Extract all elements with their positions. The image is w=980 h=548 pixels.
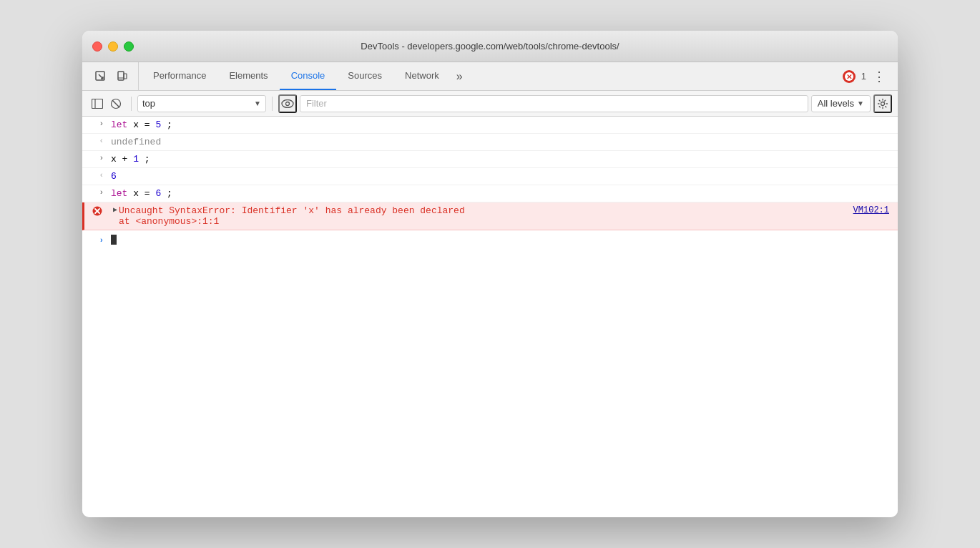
svg-point-10 <box>282 99 293 107</box>
tab-performance[interactable]: Performance <box>142 62 217 90</box>
console-content-3: x + 1 ; <box>108 152 898 166</box>
device-toolbar-button[interactable] <box>112 67 132 87</box>
tab-elements[interactable]: Elements <box>217 62 279 90</box>
console-content-2: undefined <box>108 135 898 149</box>
minimize-button[interactable] <box>108 41 118 52</box>
toolbar-divider-2 <box>272 97 273 111</box>
input-prompt: › <box>82 235 108 245</box>
svg-point-12 <box>881 102 885 105</box>
error-location-link[interactable]: VM102:1 <box>853 205 895 215</box>
more-tabs-button[interactable]: » <box>451 62 469 90</box>
context-selector[interactable]: top ▼ <box>137 95 266 112</box>
svg-text:✕: ✕ <box>846 73 852 81</box>
log-levels-button[interactable]: All levels ▼ <box>811 95 871 112</box>
clear-console-button[interactable] <box>107 94 125 113</box>
toolbar-left <box>88 94 125 113</box>
filter-input[interactable] <box>300 95 808 112</box>
devtools-menu-button[interactable]: ⋮ <box>869 67 889 87</box>
output-arrow-2: ‹ <box>82 135 108 145</box>
tab-network[interactable]: Network <box>393 62 451 90</box>
input-arrow-1: › <box>82 118 108 128</box>
error-badge: ✕ <box>843 70 856 83</box>
console-line-4: ‹ 6 <box>82 168 898 185</box>
tabbar-right: ✕ 1 ⋮ <box>837 62 895 90</box>
maximize-button[interactable] <box>124 41 134 52</box>
console-line-5: › let x = 6 ; <box>82 185 898 202</box>
error-arrow <box>84 204 110 216</box>
svg-rect-6 <box>92 99 103 108</box>
console-window: › let x = 5 ; ‹ undefined <box>82 117 898 517</box>
console-content-5: let x = 6 ; <box>108 187 898 200</box>
output-arrow-4: ‹ <box>82 170 108 180</box>
cursor <box>111 235 117 245</box>
titlebar: DevTools - developers.google.com/web/too… <box>82 31 898 62</box>
tabbar: Performance Elements Console Sources Net… <box>82 62 898 91</box>
console-input-line[interactable]: › <box>82 230 898 249</box>
tab-sources[interactable]: Sources <box>336 62 393 90</box>
error-indicator: ✕ 1 <box>843 70 866 83</box>
console-error-line: ▶ Uncaught SyntaxError: Identifier 'x' h… <box>82 202 898 230</box>
svg-point-11 <box>286 102 290 105</box>
devtools-window: DevTools - developers.google.com/web/too… <box>82 31 898 517</box>
inspect-element-button[interactable] <box>91 67 111 87</box>
console-content-1: let x = 5 ; <box>108 118 898 132</box>
tabbar-icons <box>85 62 139 90</box>
toolbar-divider-1 <box>131 97 132 111</box>
console-toolbar: top ▼ All levels ▼ <box>82 91 898 117</box>
show-console-sidebar-button[interactable] <box>88 94 107 113</box>
error-expand-arrow[interactable]: ▶ <box>113 205 117 214</box>
tab-console[interactable]: Console <box>280 62 337 90</box>
error-count: 1 <box>861 71 866 82</box>
input-arrow-3: › <box>82 152 108 162</box>
console-settings-button[interactable] <box>873 94 892 113</box>
console-line-2: ‹ undefined <box>82 134 898 151</box>
svg-line-9 <box>112 100 119 107</box>
error-content: ▶ Uncaught SyntaxError: Identifier 'x' h… <box>110 204 898 228</box>
error-detail: at <anonymous>:1:1 <box>113 216 895 227</box>
traffic-lights <box>92 41 134 52</box>
live-expressions-button[interactable] <box>278 94 297 113</box>
svg-rect-1 <box>118 72 124 80</box>
console-content-4: 6 <box>108 170 898 183</box>
error-message: Uncaught SyntaxError: Identifier 'x' has… <box>119 205 465 216</box>
window-title: DevTools - developers.google.com/web/too… <box>361 41 619 52</box>
console-input[interactable] <box>108 233 898 246</box>
close-button[interactable] <box>92 41 102 52</box>
console-line-1: › let x = 5 ; <box>82 117 898 134</box>
console-output: › let x = 5 ; ‹ undefined <box>82 117 898 517</box>
console-line-3: › x + 1 ; <box>82 151 898 168</box>
input-arrow-5: › <box>82 187 108 197</box>
